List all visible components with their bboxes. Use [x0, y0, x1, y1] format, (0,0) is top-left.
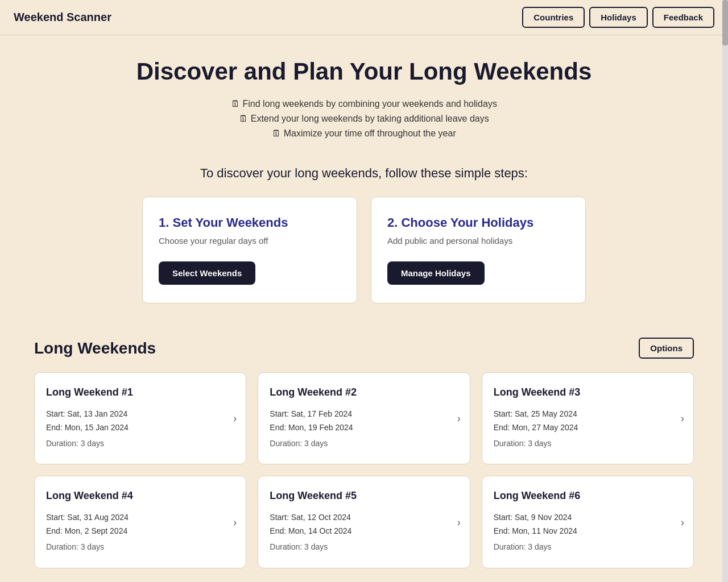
countries-button[interactable]: Countries — [522, 7, 585, 28]
long-weekends-title: Long Weekends — [34, 339, 156, 357]
app-logo: Weekend Scanner — [14, 11, 111, 24]
weekend-1-id: Long Weekend #1 — [46, 386, 234, 398]
weekend-card-3[interactable]: Long Weekend #3 Start: Sat, 25 May 2024 … — [482, 372, 694, 464]
chevron-right-icon: › — [681, 516, 684, 528]
long-weekends-header: Long Weekends Options — [34, 338, 694, 359]
weekend-card-5[interactable]: Long Weekend #5 Start: Sat, 12 Oct 2024 … — [258, 476, 470, 568]
step-1-description: Choose your regular days off — [159, 236, 341, 246]
select-weekends-button[interactable]: Select Weekends — [159, 261, 255, 285]
chevron-right-icon: › — [233, 413, 237, 425]
chevron-right-icon: › — [233, 516, 237, 528]
weekend-2-duration: Duration: 3 days — [270, 437, 458, 451]
chevron-right-icon: › — [457, 516, 461, 528]
steps-grid: 1. Set Your Weekends Choose your regular… — [142, 197, 586, 304]
weekend-5-start: Start: Sat, 12 Oct 2024 — [270, 511, 458, 525]
weekend-1-info: Start: Sat, 13 Jan 2024 End: Mon, 15 Jan… — [46, 408, 234, 450]
weekend-6-info: Start: Sat, 9 Nov 2024 End: Mon, 11 Nov … — [494, 511, 682, 554]
weekend-4-end: End: Mon, 2 Sept 2024 — [46, 525, 234, 538]
step-card-2: 2. Choose Your Holidays Add public and p… — [371, 197, 586, 304]
weekend-2-info: Start: Sat, 17 Feb 2024 End: Mon, 19 Feb… — [270, 408, 458, 450]
step-card-1: 1. Set Your Weekends Choose your regular… — [142, 197, 357, 304]
weekend-5-duration: Duration: 3 days — [270, 541, 458, 554]
step-1-title: 1. Set Your Weekends — [159, 215, 341, 230]
chevron-right-icon: › — [681, 413, 684, 425]
scrollbar-thumb[interactable] — [722, 0, 728, 45]
options-button[interactable]: Options — [639, 338, 694, 359]
weekend-3-id: Long Weekend #3 — [494, 386, 682, 398]
weekend-2-end: End: Mon, 19 Feb 2024 — [270, 421, 458, 435]
hero-feature-3: 🗓 Maximize your time off throughout the … — [272, 128, 456, 139]
header: Weekend Scanner Countries Holidays Feedb… — [0, 0, 728, 35]
weekend-6-start: Start: Sat, 9 Nov 2024 — [494, 511, 682, 525]
scrollbar[interactable] — [722, 0, 728, 582]
weekend-card-4[interactable]: Long Weekend #4 Start: Sat, 31 Aug 2024 … — [34, 476, 246, 568]
weekend-4-info: Start: Sat, 31 Aug 2024 End: Mon, 2 Sept… — [46, 511, 234, 554]
step-2-description: Add public and personal holidays — [387, 236, 569, 246]
chevron-right-icon: › — [457, 413, 461, 425]
weekends-grid-row-1: Long Weekend #1 Start: Sat, 13 Jan 2024 … — [34, 372, 694, 464]
weekend-4-id: Long Weekend #4 — [46, 490, 234, 502]
main-content: Discover and Plan Your Long Weekends 🗓 F… — [0, 35, 728, 582]
weekend-1-start: Start: Sat, 13 Jan 2024 — [46, 408, 234, 421]
manage-holidays-button[interactable]: Manage Holidays — [387, 261, 485, 285]
weekend-3-end: End: Mon, 27 May 2024 — [494, 421, 682, 435]
weekend-3-start: Start: Sat, 25 May 2024 — [494, 408, 682, 421]
header-nav: Countries Holidays Feedback — [522, 7, 714, 28]
hero-feature-2: 🗓 Extend your long weekends by taking ad… — [239, 114, 489, 124]
weekend-3-duration: Duration: 3 days — [494, 437, 682, 451]
weekend-3-info: Start: Sat, 25 May 2024 End: Mon, 27 May… — [494, 408, 682, 450]
weekend-1-end: End: Mon, 15 Jan 2024 — [46, 421, 234, 435]
weekend-6-duration: Duration: 3 days — [494, 541, 682, 554]
hero-section: Discover and Plan Your Long Weekends 🗓 F… — [34, 58, 694, 139]
weekend-card-1[interactable]: Long Weekend #1 Start: Sat, 13 Jan 2024 … — [34, 372, 246, 464]
feedback-button[interactable]: Feedback — [652, 7, 714, 28]
weekend-5-info: Start: Sat, 12 Oct 2024 End: Mon, 14 Oct… — [270, 511, 458, 554]
step-2-title: 2. Choose Your Holidays — [387, 215, 569, 230]
weekend-4-start: Start: Sat, 31 Aug 2024 — [46, 511, 234, 525]
weekend-2-id: Long Weekend #2 — [270, 386, 458, 398]
weekend-2-start: Start: Sat, 17 Feb 2024 — [270, 408, 458, 421]
hero-feature-1: 🗓 Find long weekends by combining your w… — [231, 99, 497, 109]
weekend-5-id: Long Weekend #5 — [270, 490, 458, 502]
weekend-6-id: Long Weekend #6 — [494, 490, 682, 502]
hero-title: Discover and Plan Your Long Weekends — [34, 58, 694, 85]
weekend-card-2[interactable]: Long Weekend #2 Start: Sat, 17 Feb 2024 … — [258, 372, 470, 464]
weekend-6-end: End: Mon, 11 Nov 2024 — [494, 525, 682, 538]
weekend-card-6[interactable]: Long Weekend #6 Start: Sat, 9 Nov 2024 E… — [482, 476, 694, 568]
weekend-5-end: End: Mon, 14 Oct 2024 — [270, 525, 458, 538]
weekend-4-duration: Duration: 3 days — [46, 541, 234, 554]
hero-features: 🗓 Find long weekends by combining your w… — [34, 99, 694, 139]
weekends-grid-row-2: Long Weekend #4 Start: Sat, 31 Aug 2024 … — [34, 476, 694, 568]
steps-header: To discover your long weekends, follow t… — [34, 166, 694, 181]
holidays-button[interactable]: Holidays — [589, 7, 648, 28]
weekend-1-duration: Duration: 3 days — [46, 437, 234, 451]
